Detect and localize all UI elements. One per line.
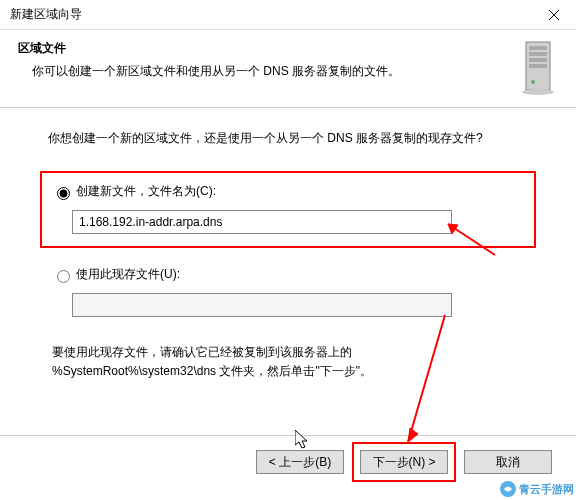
note-text: 要使用此现存文件，请确认它已经被复制到该服务器上的 %SystemRoot%\s… — [52, 343, 536, 381]
svg-point-8 — [522, 89, 554, 95]
server-icon — [520, 40, 556, 99]
radio-use-existing[interactable] — [57, 270, 70, 283]
radio-row-create[interactable]: 创建新文件，文件名为(C): — [52, 183, 524, 200]
header-subtitle: 你可以创建一个新区域文件和使用从另一个 DNS 服务器复制的文件。 — [18, 63, 558, 80]
back-button[interactable]: < 上一步(B) — [256, 450, 344, 474]
existing-filename-input — [72, 293, 452, 317]
window-title: 新建区域向导 — [10, 6, 531, 23]
header-title: 区域文件 — [18, 40, 558, 57]
highlight-box-next: 下一步(N) > — [352, 442, 456, 482]
svg-point-7 — [531, 80, 535, 84]
watermark-text: 青云手游网 — [519, 482, 574, 497]
radio-create-label: 创建新文件，文件名为(C): — [76, 183, 216, 200]
button-bar: < 上一步(B) 下一步(N) > 取消 — [0, 435, 576, 474]
radio-existing-label: 使用此现存文件(U): — [76, 266, 180, 283]
close-button[interactable] — [531, 0, 576, 30]
highlight-box-create: 创建新文件，文件名为(C): — [40, 171, 536, 248]
close-icon — [549, 10, 559, 20]
wizard-header: 区域文件 你可以创建一个新区域文件和使用从另一个 DNS 服务器复制的文件。 — [0, 30, 576, 108]
note-line2: %SystemRoot%\system32\dns 文件夹，然后单击"下一步"。 — [52, 364, 372, 378]
note-line1: 要使用此现存文件，请确认它已经被复制到该服务器上的 — [52, 345, 352, 359]
watermark: 青云手游网 — [497, 478, 576, 500]
radio-create-new[interactable] — [57, 187, 70, 200]
svg-rect-4 — [529, 52, 547, 56]
next-button[interactable]: 下一步(N) > — [360, 450, 448, 474]
wizard-body: 你想创建一个新的区域文件，还是使用一个从另一个 DNS 服务器复制的现存文件? … — [0, 108, 576, 381]
watermark-icon — [499, 480, 517, 498]
titlebar: 新建区域向导 — [0, 0, 576, 30]
question-text: 你想创建一个新的区域文件，还是使用一个从另一个 DNS 服务器复制的现存文件? — [48, 130, 528, 147]
svg-rect-3 — [529, 46, 547, 50]
create-filename-input[interactable] — [72, 210, 452, 234]
svg-rect-5 — [529, 58, 547, 62]
svg-rect-6 — [529, 64, 547, 68]
radio-row-existing[interactable]: 使用此现存文件(U): — [52, 266, 536, 283]
cancel-button[interactable]: 取消 — [464, 450, 552, 474]
